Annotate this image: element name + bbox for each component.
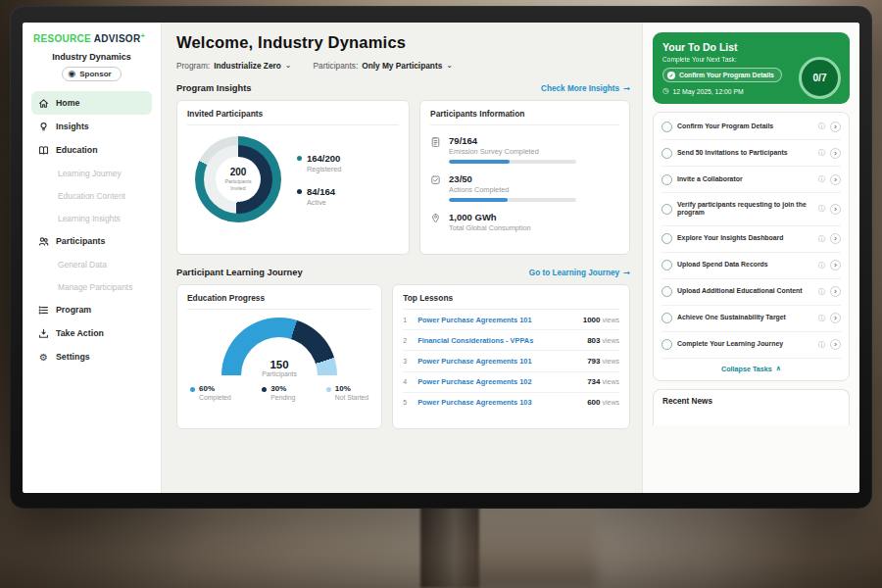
sidebar-item-take-action[interactable]: Take Action (31, 321, 152, 345)
participants-filter-dropdown[interactable]: Participants: Only My Participants ⌄ (314, 61, 453, 71)
lesson-row: 1 Power Purchase Agreements 101 1000view… (403, 310, 619, 330)
monitor-stand (420, 506, 479, 588)
checkbox-icon[interactable] (662, 148, 672, 159)
lesson-link[interactable]: Power Purchase Agreements 103 (417, 398, 580, 407)
program-filter-dropdown[interactable]: Program: Industrialize Zero ⌄ (176, 61, 292, 71)
sidebar-item-label: Education (56, 145, 98, 155)
task-row[interactable]: Send 50 Invitations to Participants ⓘ › (662, 140, 841, 167)
chevron-right-icon[interactable]: › (830, 313, 841, 323)
lesson-row: 4 Power Purchase Agreements 102 734views (403, 372, 619, 393)
checkbox-icon[interactable] (662, 233, 672, 244)
arrow-right-icon: → (623, 83, 630, 93)
invited-total: 200 (230, 167, 247, 177)
task-row[interactable]: Explore Your Insights Dashboard ⓘ › (662, 226, 841, 253)
sidebar-item-settings[interactable]: ⚙ Settings (31, 345, 152, 368)
chevron-right-icon[interactable]: › (830, 286, 841, 297)
survey-icon (430, 136, 441, 148)
legend-dot (262, 387, 267, 392)
check-icon: ✓ (667, 72, 675, 79)
legend-dot (297, 189, 302, 194)
info-icon: ⓘ (818, 122, 825, 131)
sponsor-badge[interactable]: ◉ Sponsor (62, 67, 121, 81)
sidebar-item-home[interactable]: Home (31, 91, 152, 115)
chevron-right-icon[interactable]: › (830, 122, 841, 132)
checkbox-icon[interactable] (662, 260, 672, 270)
gauge-center: 150 Participants (221, 359, 337, 377)
chevron-right-icon[interactable]: › (830, 174, 841, 185)
sidebar-item-learning-journey[interactable]: Learning Journey (31, 162, 152, 184)
checkbox-icon[interactable] (662, 174, 672, 185)
next-task-pill[interactable]: ✓ Confirm Your Program Details (662, 68, 782, 82)
info-icon: ⓘ (818, 148, 825, 158)
checkbox-icon[interactable] (662, 313, 672, 323)
go-to-learning-journey-link[interactable]: Go to Learning Journey → (529, 268, 630, 277)
task-row[interactable]: Complete Your Learning Journey ⓘ › (662, 332, 841, 358)
sidebar: RESOURCE ADVISOR+ Industry Dynamics ◉ Sp… (23, 23, 162, 493)
todo-hero-card: Your To Do List Complete Your Next Task:… (653, 32, 850, 104)
info-row-consumption: 1,000 GWh Total Global Consumption (430, 212, 619, 232)
legend-item-active: 84/164 Active (297, 186, 341, 207)
donut-center: 200 Participants Invited (216, 157, 261, 202)
donut-legend: 164/200 Registered 84/164 Active (297, 153, 341, 207)
task-row[interactable]: Upload Spend Data Records ⓘ › (662, 253, 841, 279)
chevron-right-icon[interactable]: › (830, 339, 841, 350)
lesson-link[interactable]: Power Purchase Agreements 102 (417, 377, 580, 386)
checkbox-icon[interactable] (662, 122, 672, 132)
legend-item-not-started: 10% Not Started (326, 384, 368, 401)
logo-plus: + (140, 31, 145, 40)
sidebar-item-learning-insights[interactable]: Learning Insights (31, 207, 152, 229)
section-title-learning-journey: Participant Learning Journey (176, 268, 303, 277)
sidebar-item-education-content[interactable]: Education Content (31, 184, 152, 207)
legend-item-completed: 60% Completed (190, 384, 231, 401)
checkbox-icon[interactable] (662, 204, 672, 215)
program-filter-label: Program: (176, 61, 210, 71)
collapse-tasks-button[interactable]: Collapse Tasks ∧ (662, 358, 841, 380)
chevron-right-icon[interactable]: › (830, 233, 841, 244)
lesson-link[interactable]: Power Purchase Agreements 101 (417, 316, 576, 324)
sidebar-item-participants[interactable]: Participants (31, 229, 152, 253)
sidebar-item-label: Settings (56, 352, 90, 362)
page-title: Welcome, Industry Dynamics (176, 33, 630, 52)
sidebar-item-manage-participants[interactable]: Manage Participants (31, 275, 152, 298)
task-row[interactable]: Invite a Collaborator ⓘ › (662, 167, 841, 193)
actions-progress-bar (449, 198, 576, 202)
chevron-right-icon[interactable]: › (830, 204, 841, 215)
insights-cards-row: Invited Participants 200 Participants In… (176, 100, 630, 255)
sidebar-item-label: General Data (58, 260, 107, 270)
checkbox-icon[interactable] (662, 286, 672, 297)
task-row[interactable]: Upload Additional Educational Content ⓘ … (662, 279, 841, 306)
program-filter-value: Industrialize Zero (214, 61, 281, 71)
sidebar-item-label: Manage Participants (58, 282, 132, 292)
task-row[interactable]: Verify participants requesting to join t… (662, 193, 841, 226)
chevron-up-icon: ∧ (776, 365, 781, 372)
chevron-right-icon[interactable]: › (830, 260, 841, 270)
chevron-right-icon[interactable]: › (830, 148, 841, 159)
legend-item-pending: 30% Pending (262, 384, 295, 401)
sidebar-item-label: Participants (56, 236, 105, 246)
task-row[interactable]: Achieve One Sustainability Target ⓘ › (662, 306, 841, 332)
lesson-link[interactable]: Power Purchase Agreements 101 (417, 357, 580, 366)
chevron-down-icon: ⌄ (446, 61, 453, 70)
lesson-row: 5 Power Purchase Agreements 103 600views (403, 393, 619, 413)
sidebar-item-insights[interactable]: Insights (31, 115, 152, 138)
lesson-link[interactable]: Financial Considerations - VPPAs (417, 336, 580, 345)
recent-news-card: Recent News (653, 389, 850, 425)
home-icon (38, 98, 49, 109)
task-list-card: Confirm Your Program Details ⓘ › Send 50… (653, 112, 850, 381)
top-lessons-card: Top Lessons 1 Power Purchase Agreements … (392, 284, 630, 429)
sidebar-item-label: Program (56, 305, 91, 315)
sidebar-item-label: Insights (56, 122, 89, 131)
sidebar-item-program[interactable]: Program (31, 298, 152, 321)
info-row-emission-survey: 79/164 Emission Survey Completed (430, 135, 619, 164)
gear-icon: ⚙ (38, 352, 49, 363)
sidebar-item-general-data[interactable]: General Data (31, 253, 152, 275)
education-progress-card: Education Progress 150 Participants (176, 284, 382, 429)
org-name: Industry Dynamics (23, 52, 161, 62)
checkbox-icon[interactable] (662, 339, 672, 350)
sidebar-item-education[interactable]: Education (31, 138, 152, 162)
todo-panel: Your To Do List Complete Your Next Task:… (642, 23, 859, 493)
task-row[interactable]: Confirm Your Program Details ⓘ › (662, 114, 841, 140)
card-title: Education Progress (187, 293, 371, 310)
clock-icon: ◷ (662, 87, 669, 95)
check-more-insights-link[interactable]: Check More Insights → (541, 83, 630, 93)
